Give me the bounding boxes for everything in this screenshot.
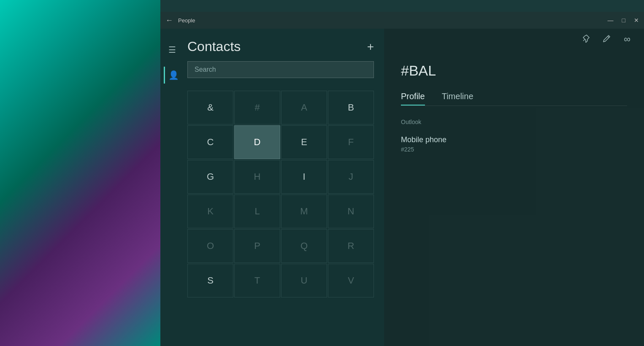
close-button[interactable]: ✕ bbox=[634, 17, 639, 24]
letter-cell-h[interactable]: H bbox=[234, 160, 280, 194]
letter-cell-u[interactable]: U bbox=[281, 264, 327, 297]
search-container bbox=[160, 61, 384, 86]
back-button[interactable]: ← bbox=[165, 16, 173, 25]
field-value-mobile: #225 bbox=[401, 146, 627, 153]
letter-cell-a[interactable]: A bbox=[281, 91, 327, 124]
field-label-mobile: Mobile phone bbox=[401, 135, 627, 144]
letter-cell-t[interactable]: T bbox=[234, 264, 280, 297]
letter-cell-e[interactable]: E bbox=[281, 125, 327, 159]
letter-cell-j[interactable]: J bbox=[328, 160, 374, 194]
person-icon[interactable]: 👤 bbox=[164, 67, 181, 84]
app-window: ← People — □ ✕ ☰ 👤 Contacts + bbox=[160, 12, 644, 346]
minimize-button[interactable]: — bbox=[608, 17, 614, 24]
contact-source: Outlook bbox=[401, 119, 627, 125]
letter-cell-g[interactable]: G bbox=[187, 160, 233, 194]
letter-cell-f[interactable]: F bbox=[328, 125, 374, 159]
edit-icon[interactable] bbox=[603, 34, 611, 45]
maximize-button[interactable]: □ bbox=[622, 17, 625, 24]
letter-cell-r[interactable]: R bbox=[328, 229, 374, 263]
detail-tabs: Profile Timeline bbox=[401, 92, 627, 106]
background-decoration bbox=[0, 0, 160, 346]
letter-cell-&[interactable]: & bbox=[187, 91, 233, 124]
letter-cell-m[interactable]: M bbox=[281, 195, 327, 228]
title-bar: ← People — □ ✕ bbox=[160, 12, 644, 29]
add-contact-button[interactable]: + bbox=[367, 40, 374, 54]
contact-detail: #BAL Profile Timeline Outlook Mobile pho… bbox=[384, 50, 644, 165]
letter-cell-d[interactable]: D bbox=[234, 125, 280, 159]
letter-cell-v[interactable]: V bbox=[328, 264, 374, 297]
contact-id: #BAL bbox=[401, 62, 627, 79]
contacts-header: Contacts + bbox=[160, 29, 384, 61]
letter-cell-l[interactable]: L bbox=[234, 195, 280, 228]
letter-cell-o[interactable]: O bbox=[187, 229, 233, 263]
app-title: People bbox=[178, 17, 608, 24]
letter-cell-b[interactable]: B bbox=[328, 91, 374, 124]
pin-icon[interactable] bbox=[582, 34, 590, 45]
contacts-title: Contacts bbox=[187, 39, 241, 54]
tab-profile[interactable]: Profile bbox=[401, 92, 425, 105]
main-content: ☰ 👤 Contacts + &#ABCDEFGHIJKLMNOPQRSTUV bbox=[160, 29, 644, 346]
window-controls: — □ ✕ bbox=[608, 17, 639, 24]
menu-icon[interactable]: ☰ bbox=[164, 41, 181, 58]
right-panel: ∞ #BAL Profile Timeline Outlook Mobile p… bbox=[384, 29, 644, 346]
more-icon[interactable]: ∞ bbox=[624, 34, 631, 45]
letter-cell-p[interactable]: P bbox=[234, 229, 280, 263]
letter-cell-q[interactable]: Q bbox=[281, 229, 327, 263]
letter-cell-n[interactable]: N bbox=[328, 195, 374, 228]
letter-cell-i[interactable]: I bbox=[281, 160, 327, 194]
letter-cell-k[interactable]: K bbox=[187, 195, 233, 228]
svg-line-0 bbox=[583, 39, 585, 41]
tab-timeline[interactable]: Timeline bbox=[442, 92, 474, 105]
sidebar-icons: ☰ 👤 bbox=[160, 29, 184, 346]
contact-fields: Mobile phone #225 bbox=[401, 135, 627, 153]
letter-cell-#[interactable]: # bbox=[234, 91, 280, 124]
left-panel: ☰ 👤 Contacts + &#ABCDEFGHIJKLMNOPQRSTUV bbox=[160, 29, 384, 346]
letter-grid: &#ABCDEFGHIJKLMNOPQRSTUV bbox=[160, 86, 384, 346]
letter-cell-s[interactable]: S bbox=[187, 264, 233, 297]
search-input[interactable] bbox=[187, 61, 374, 78]
letter-cell-c[interactable]: C bbox=[187, 125, 233, 159]
right-top-bar: ∞ bbox=[384, 29, 644, 50]
